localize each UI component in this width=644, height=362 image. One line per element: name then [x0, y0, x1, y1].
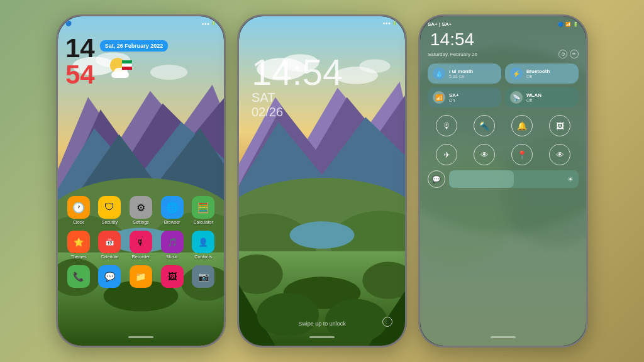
svg-rect-22	[122, 67, 132, 70]
toggle-wlan[interactable]: 📡 WLAN Off	[505, 87, 579, 107]
toggle-sa-plus[interactable]: 📶 SA+ On	[428, 87, 501, 107]
cc-brightness-bar[interactable]: ☀	[449, 170, 579, 188]
phone-home-screen: 🔵 ●●● 🔋 14 54 Sat, 26 February 2022	[56, 14, 226, 348]
app-browser[interactable]: 🌐 Browser	[161, 196, 184, 224]
sa-plus-text: SA+ On	[449, 92, 459, 102]
bluetooth-value: On	[526, 74, 550, 79]
cc-top-icons: 🔵 📶 🔋	[558, 22, 579, 27]
app-messages[interactable]: 💬	[98, 265, 121, 289]
app-dock: 🕐 Clock 🛡 Security ⚙ Settings 🌐 Browser …	[58, 196, 224, 295]
status-bar-right: ●●● 🔋	[201, 21, 216, 26]
svg-point-27	[359, 59, 390, 73]
app-contacts[interactable]: 👤 Contacts	[192, 231, 214, 259]
cc-dnd-btn[interactable]: 🔔	[511, 115, 533, 136]
wlan-value: Off	[526, 98, 541, 102]
cc-location-btn[interactable]: 📍	[511, 144, 533, 165]
cc-icons-row-1: 🎙 🔦 🔔 🖼	[425, 112, 581, 139]
cc-time-container: 14:54	[425, 30, 581, 50]
cc-media-row: 💬 ☀	[425, 170, 581, 188]
cc-brightness-fill	[449, 170, 514, 188]
app-gallery[interactable]: 🖼	[161, 265, 184, 289]
date-badge: Sat, 26 February 2022	[100, 40, 169, 52]
cc-edit-timer-icon[interactable]: ⏱	[558, 50, 567, 58]
svg-point-41	[257, 293, 319, 336]
app-files[interactable]: 📁	[130, 265, 152, 289]
cc-date-text: Saturday, February 26	[428, 52, 477, 57]
quick-toggles-grid: 💧 / ul month 5.03 GB ⚡ Bluetooth On	[425, 63, 581, 107]
swipe-unlock-text[interactable]: Swipe up to unlock	[298, 321, 346, 327]
status-bar: 🔵 ●●● 🔋	[58, 16, 224, 30]
app-themes[interactable]: ⭐ Themes	[67, 231, 90, 259]
app-phone[interactable]: 📞	[67, 265, 90, 289]
clock-hour: 14	[65, 35, 95, 62]
home-indicator[interactable]	[128, 336, 153, 338]
lock-time: 14:54 SAT 02/26	[252, 54, 343, 119]
clock-minute: 54	[65, 62, 95, 88]
cc-mic-btn[interactable]: 🎙	[436, 115, 457, 136]
app-label-contacts: Contacts	[194, 255, 212, 259]
status-bar-left: 🔵	[65, 21, 72, 26]
wlan-icon: 📡	[510, 91, 523, 104]
home-indicator-lock[interactable]	[309, 336, 335, 338]
lock-date: 02/26	[252, 105, 343, 119]
lock-day: SAT	[252, 90, 343, 105]
toggle-bluetooth[interactable]: ⚡ Bluetooth On	[505, 63, 579, 84]
toggle-mobile-data[interactable]: 💧 / ul month 5.03 GB	[428, 63, 501, 84]
app-row-3: 📞 💬 📁 🖼 📷	[63, 265, 219, 289]
clock-widget: 14 54 Sat, 26 February 2022	[65, 35, 216, 88]
app-label-browser: Browser	[164, 220, 180, 224]
wlan-text: WLAN Off	[526, 92, 541, 102]
svg-rect-19	[111, 72, 129, 78]
cc-screenshot-btn[interactable]: 🖼	[549, 115, 570, 136]
lock-hour: 14:54	[252, 54, 343, 90]
sa-plus-name: SA+	[449, 92, 459, 98]
wlan-name: WLAN	[526, 92, 541, 98]
app-label-recorder: Recorder	[132, 255, 150, 259]
status-right-lock: ●●● 🔋	[382, 21, 397, 26]
cc-icons-row-2: ✈ 👁 📍 👁	[425, 141, 581, 168]
cc-eye-btn[interactable]: 👁	[474, 144, 495, 165]
cc-date-row: Saturday, February 26 ⏱ ✏	[425, 50, 581, 58]
app-settings[interactable]: ⚙ Settings	[130, 196, 152, 224]
mobile-data-name: / ul month	[449, 69, 473, 74]
app-label-settings: Settings	[133, 220, 148, 224]
cc-eye2-btn[interactable]: 👁	[549, 144, 570, 165]
app-label-calendar: Calendar	[101, 255, 118, 259]
status-bar-lock: ●●● 🔋	[239, 16, 405, 30]
cc-flashlight-btn[interactable]: 🔦	[474, 115, 495, 136]
mobile-data-icon: 💧	[433, 67, 445, 80]
phone-lock-screen: ●●● 🔋 14:54 SAT 02/26 Swipe up to unlock	[237, 14, 407, 348]
app-row-2: ⭐ Themes 📅 Calendar 🎙 Recorder 🎵 Music 👤	[63, 231, 219, 259]
cc-time-display: 14:54	[428, 30, 477, 49]
svg-point-34	[290, 221, 355, 249]
cc-edit-icon[interactable]: ✏	[570, 50, 579, 58]
app-clock[interactable]: 🕐 Clock	[67, 196, 90, 224]
mobile-data-text: / ul month 5.03 GB	[449, 69, 473, 79]
app-label-clock: Clock	[73, 220, 84, 224]
bluetooth-text: Bluetooth On	[526, 69, 550, 79]
control-center-content: SA+ | SA+ 🔵 📶 🔋 14:54 Saturday, February…	[420, 16, 586, 346]
sa-plus-value: On	[449, 98, 459, 102]
cc-date-action-icons: ⏱ ✏	[558, 50, 579, 58]
app-label-themes: Themes	[70, 255, 86, 259]
app-music[interactable]: 🎵 Music	[161, 231, 184, 259]
phone-control-center: SA+ | SA+ 🔵 📶 🔋 14:54 Saturday, February…	[418, 14, 588, 348]
app-calendar[interactable]: 📅 Calendar	[98, 231, 121, 259]
home-indicator-cc[interactable]	[491, 336, 516, 338]
mobile-data-value: 5.03 GB	[449, 74, 473, 79]
cc-carrier: SA+ | SA+	[428, 21, 452, 27]
app-row-1: 🕐 Clock 🛡 Security ⚙ Settings 🌐 Browser …	[63, 196, 219, 224]
sa-plus-icon: 📶	[433, 91, 445, 104]
app-label-music: Music	[166, 255, 177, 259]
app-camera[interactable]: 📷	[192, 265, 214, 289]
bluetooth-icon: ⚡	[510, 67, 523, 80]
cc-airplane-btn[interactable]: ✈	[436, 144, 457, 165]
app-security[interactable]: 🛡 Security	[98, 196, 121, 224]
app-recorder[interactable]: 🎙 Recorder	[130, 231, 152, 259]
cc-brightness-icon: ☀	[567, 175, 574, 184]
camera-lock-icon[interactable]	[382, 317, 392, 327]
svg-rect-20	[122, 60, 132, 63]
cc-status-bar: SA+ | SA+ 🔵 📶 🔋	[425, 21, 581, 27]
app-calculator[interactable]: 🧮 Calculator	[192, 196, 214, 224]
cc-media-icon[interactable]: 💬	[428, 170, 445, 188]
